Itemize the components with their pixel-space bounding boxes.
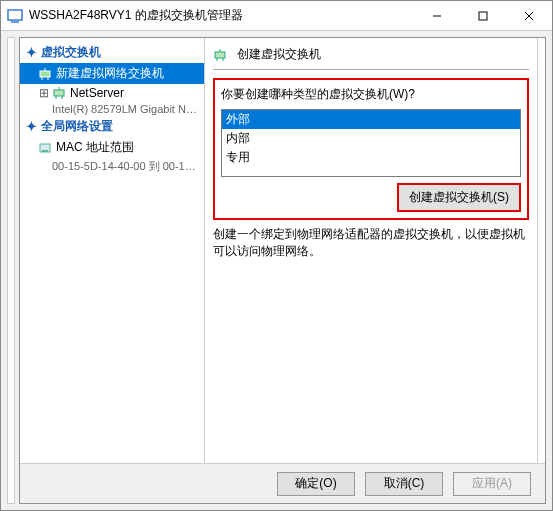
detail-header-label: 创建虚拟交换机 <box>237 46 321 63</box>
dialog-body: ✦ 虚拟交换机 新建虚拟网络交换机 ⊞ NetSer <box>19 37 546 504</box>
create-row: 创建虚拟交换机(S) <box>221 183 521 212</box>
dialog-window: WSSHA2F48RVY1 的虚拟交换机管理器 ✦ 虚拟交换机 <box>0 0 553 511</box>
option-external[interactable]: 外部 <box>222 110 520 129</box>
detail-header: 创建虚拟交换机 <box>213 46 529 70</box>
mac-range-item[interactable]: MAC 地址范围 <box>20 137 204 158</box>
svg-rect-15 <box>42 150 48 152</box>
switch-icon <box>52 86 66 100</box>
detail-pane: 创建虚拟交换机 你要创建哪种类型的虚拟交换机(W)? 外部 内部 专用 创建虚拟… <box>205 38 537 463</box>
expander-icon[interactable]: ⊞ <box>38 86 50 100</box>
maximize-button[interactable] <box>460 1 506 31</box>
svg-rect-10 <box>54 90 64 96</box>
titlebar: WSSHA2F48RVY1 的虚拟交换机管理器 <box>1 1 552 31</box>
window-controls <box>414 1 552 31</box>
global-header: ✦ 全局网络设置 <box>20 116 204 137</box>
content-area: ✦ 虚拟交换机 新建虚拟网络交换机 ⊞ NetSer <box>1 31 552 510</box>
mac-range-detail: 00-15-5D-14-40-00 到 00-15-5D-1... <box>20 158 204 175</box>
svg-rect-16 <box>215 52 225 58</box>
apply-button: 应用(A) <box>453 472 531 496</box>
cancel-button[interactable]: 取消(C) <box>365 472 443 496</box>
dialog-buttons: 确定(O) 取消(C) 应用(A) <box>20 463 545 503</box>
new-switch-label: 新建虚拟网络交换机 <box>56 65 164 82</box>
highlighted-area: 你要创建哪种类型的虚拟交换机(W)? 外部 内部 专用 创建虚拟交换机(S) <box>213 78 529 220</box>
switches-header-label: 虚拟交换机 <box>41 44 101 61</box>
new-virtual-switch-item[interactable]: 新建虚拟网络交换机 <box>20 63 204 84</box>
ok-button[interactable]: 确定(O) <box>277 472 355 496</box>
svg-rect-0 <box>8 10 22 20</box>
switches-header: ✦ 虚拟交换机 <box>20 42 204 63</box>
global-header-label: 全局网络设置 <box>41 118 113 135</box>
type-description: 创建一个绑定到物理网络适配器的虚拟交换机，以便虚拟机可以访问物理网络。 <box>213 226 529 260</box>
nic-icon <box>38 141 52 155</box>
netserver-detail: Intel(R) 82579LM Gigabit Network ... <box>20 102 204 116</box>
new-switch-icon <box>38 67 52 81</box>
right-gutter <box>537 38 545 463</box>
netserver-item[interactable]: ⊞ NetServer <box>20 84 204 102</box>
star-icon: ✦ <box>26 119 37 134</box>
app-icon <box>7 8 23 24</box>
svg-rect-6 <box>40 71 50 77</box>
mac-range-label: MAC 地址范围 <box>56 139 134 156</box>
minimize-button[interactable] <box>414 1 460 31</box>
tree-pane: ✦ 虚拟交换机 新建虚拟网络交换机 ⊞ NetSer <box>20 38 205 463</box>
switch-icon <box>213 48 227 62</box>
netserver-label: NetServer <box>70 86 124 100</box>
close-button[interactable] <box>506 1 552 31</box>
split-body: ✦ 虚拟交换机 新建虚拟网络交换机 ⊞ NetSer <box>20 38 545 463</box>
svg-rect-3 <box>479 12 487 20</box>
star-icon: ✦ <box>26 45 37 60</box>
left-gutter <box>7 37 15 504</box>
type-prompt: 你要创建哪种类型的虚拟交换机(W)? <box>221 86 521 103</box>
option-private[interactable]: 专用 <box>222 148 520 167</box>
switch-type-listbox[interactable]: 外部 内部 专用 <box>221 109 521 177</box>
option-internal[interactable]: 内部 <box>222 129 520 148</box>
create-switch-button[interactable]: 创建虚拟交换机(S) <box>397 183 521 212</box>
window-title: WSSHA2F48RVY1 的虚拟交换机管理器 <box>29 7 414 24</box>
